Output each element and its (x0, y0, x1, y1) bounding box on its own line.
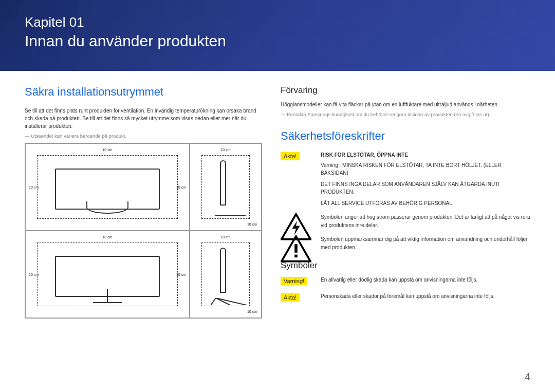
excl-text: Symbolen uppmärksammar dig på att viktig… (321, 235, 530, 251)
left-column: Säkra installationsutrymmet Se till att … (25, 85, 262, 319)
caution-symbol-row: Akta! Personskada eller skador på föremå… (281, 292, 530, 303)
dim-back: 10 cm (247, 222, 257, 226)
caution-title: RISK FÖR ELSTÖTAR, ÖPPNA INTE (321, 151, 530, 159)
right-column: Förvaring Högglansmodeller kan få vita f… (281, 85, 530, 319)
dim-left: 10 cm (29, 185, 39, 189)
diagram-front-2: 10 cm 10 cm 10 cm (25, 231, 190, 318)
caution2-text: Personskada eller skador på föremål kan … (321, 292, 530, 301)
caution-p1: Varning : MINSKA RISKEN FÖR ELSTÖTAR, TA… (321, 161, 530, 177)
monitor-front-illustration (55, 163, 159, 211)
dim-top: 10 cm (220, 148, 230, 152)
caution-text-block: RISK FÖR ELSTÖTAR, ÖPPNA INTE Varning : … (321, 151, 530, 207)
svg-rect-0 (294, 244, 298, 253)
chapter-header: Kapitel 01 Innan du använder produkten (0, 0, 555, 71)
diagram-side-2: 10 cm 10 cm (190, 231, 262, 318)
dim-top: 10 cm (102, 235, 112, 239)
warning-badge: Varning! (281, 276, 311, 286)
storage-body: Högglansmodeller kan få vita fläckar på … (281, 101, 530, 108)
dim-right: 10 cm (176, 273, 186, 276)
safety-table: Akta! RISK FÖR ELSTÖTAR, ÖPPNA INTE Varn… (281, 151, 530, 251)
monitor-side-illustration (214, 156, 237, 218)
safety-heading: Säkerhetsföreskrifter (281, 129, 530, 143)
diagram-side-1: 10 cm 10 cm (190, 143, 262, 231)
caution-p3: LÅT ALL SERVICE UTFÖRAS AV BEHÖRIG PERSO… (321, 199, 530, 208)
symbols-heading: Symboler (281, 260, 530, 271)
excl-row: Symbolen uppmärksammar dig på att viktig… (281, 235, 530, 251)
warning-symbol-row: Varning! En allvarlig eller dödlig skada… (281, 276, 530, 286)
dim-back: 10 cm (247, 310, 257, 313)
lightning-triangle-icon (281, 213, 311, 227)
dim-top: 10 cm (102, 148, 112, 152)
monitor-side-illustration (214, 244, 237, 305)
caution-row: Akta! RISK FÖR ELSTÖTAR, ÖPPNA INTE Varn… (281, 151, 530, 207)
bolt-row: Symbolen anger att hög ström passerar ge… (281, 213, 530, 229)
dim-left: 10 cm (29, 273, 39, 276)
install-body: Se till att det finns plats runt produkt… (25, 107, 262, 130)
page-number: 4 (525, 371, 530, 383)
clearance-diagrams: 10 cm 10 cm 10 cm 10 cm 10 cm (25, 143, 262, 319)
monitor-front-illustration (55, 251, 159, 298)
warning-label: Varning! (281, 277, 307, 285)
page-content: Säkra installationsutrymmet Se till att … (0, 71, 555, 319)
svg-rect-1 (294, 255, 298, 258)
chapter-label: Kapitel 01 (25, 14, 530, 30)
caution-p2: DET FINNS INGA DELAR SOM ANVÄNDAREN SJÄL… (321, 180, 530, 196)
exclamation-triangle-icon (281, 235, 311, 249)
bolt-text: Symbolen anger att hög ström passerar ge… (321, 213, 530, 229)
install-heading: Säkra installationsutrymmet (25, 85, 262, 99)
caution2-label: Akta! (281, 293, 300, 302)
dim-top: 10 cm (220, 235, 230, 239)
caution2-badge: Akta! (281, 292, 311, 303)
dim-right: 10 cm (176, 185, 186, 189)
diagram-front-1: 10 cm 10 cm 10 cm (25, 143, 190, 231)
chapter-title: Innan du använder produkten (25, 32, 530, 50)
storage-heading: Förvaring (281, 85, 530, 96)
storage-note: Kontakta Samsungs kundtjänst om du behöv… (281, 111, 530, 117)
warning-text: En allvarlig eller dödlig skada kan upps… (321, 276, 530, 284)
caution-label: Akta! (281, 152, 300, 160)
symbols-section: Symboler Varning! En allvarlig eller död… (281, 260, 530, 303)
caution-badge: Akta! (281, 151, 311, 161)
install-note: Utseendet kan variera beroende på produk… (25, 133, 262, 139)
